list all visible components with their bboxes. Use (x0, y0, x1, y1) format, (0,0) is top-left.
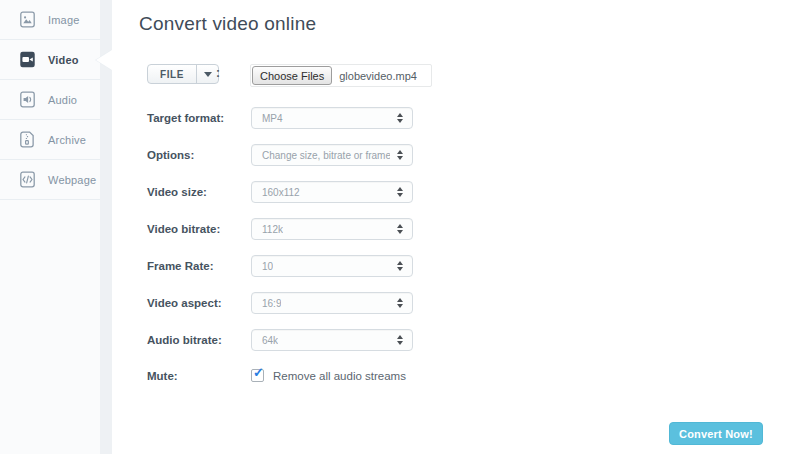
select-stepper-icon (397, 219, 403, 239)
selected-item-arrow (96, 50, 112, 70)
file-source-label: FILE (148, 65, 196, 83)
form-row-frame-rate: Frame Rate: 10 (147, 255, 413, 292)
file-source-caret[interactable] (196, 65, 218, 83)
select-value: 64k (252, 335, 278, 346)
field-label: Video aspect: (147, 292, 251, 314)
archive-file-icon (19, 131, 36, 148)
field-label: Frame Rate: (147, 255, 251, 277)
audio-file-icon (19, 91, 36, 108)
form-row-video-size: Video size: 160x112 (147, 181, 413, 218)
choose-files-button[interactable]: Choose Files (252, 66, 332, 85)
sidebar-item-image[interactable]: Image (0, 0, 100, 40)
mute-checkbox-label: Remove all audio streams (273, 366, 406, 386)
chevron-down-icon (204, 72, 212, 77)
form-row-target-format: Target format: MP4 (147, 107, 413, 144)
select-stepper-icon (397, 256, 403, 276)
selected-filename: globevideo.mp4 (339, 70, 417, 82)
select-value: Change size, bitrate or frame rate (252, 150, 390, 161)
options-select[interactable]: Change size, bitrate or frame rate (251, 144, 413, 166)
select-stepper-icon (397, 145, 403, 165)
select-stepper-icon (397, 182, 403, 202)
audio-bitrate-select[interactable]: 64k (251, 329, 413, 351)
checkmark-icon: ✓ (253, 366, 264, 379)
file-upload-input[interactable]: Choose Files globevideo.mp4 (250, 64, 432, 87)
frame-rate-select[interactable]: 10 (251, 255, 413, 277)
select-value: MP4 (252, 113, 283, 124)
video-file-icon (19, 51, 36, 68)
sidebar-item-audio[interactable]: Audio (0, 80, 100, 120)
field-label: Mute: (147, 366, 251, 386)
file-separator: : (216, 66, 220, 80)
select-stepper-icon (397, 293, 403, 313)
target-format-select[interactable]: MP4 (251, 107, 413, 129)
form-row-options: Options: Change size, bitrate or frame r… (147, 144, 413, 181)
conversion-form: Target format: MP4 Options: Change size,… (147, 107, 413, 403)
form-row-video-bitrate: Video bitrate: 112k (147, 218, 413, 255)
form-row-video-aspect: Video aspect: 16:9 (147, 292, 413, 329)
select-value: 10 (252, 261, 273, 272)
video-bitrate-select[interactable]: 112k (251, 218, 413, 240)
sidebar-item-archive[interactable]: Archive (0, 120, 100, 160)
select-value: 112k (252, 224, 283, 235)
sidebar-item-webpage[interactable]: Webpage (0, 160, 100, 200)
sidebar-item-label: Archive (48, 134, 86, 146)
sidebar-item-label: Audio (48, 94, 77, 106)
sidebar-item-label: Webpage (48, 174, 96, 186)
select-stepper-icon (397, 108, 403, 128)
sidebar-item-video[interactable]: Video (0, 40, 100, 80)
sidebar-item-label: Image (48, 14, 80, 26)
select-value: 160x112 (252, 187, 300, 198)
video-size-select[interactable]: 160x112 (251, 181, 413, 203)
select-stepper-icon (397, 330, 403, 350)
select-value: 16:9 (252, 298, 281, 309)
field-label: Audio bitrate: (147, 329, 251, 351)
video-aspect-select[interactable]: 16:9 (251, 292, 413, 314)
page: Image Video Audio Archive (0, 0, 800, 454)
field-label: Video bitrate: (147, 218, 251, 240)
category-sidebar: Image Video Audio Archive (0, 0, 112, 454)
form-row-audio-bitrate: Audio bitrate: 64k (147, 329, 413, 366)
sidebar-item-label: Video (48, 54, 79, 66)
webpage-file-icon (19, 171, 36, 188)
field-label: Target format: (147, 107, 251, 129)
image-file-icon (19, 11, 36, 28)
field-label: Options: (147, 144, 251, 166)
file-source-dropdown-button[interactable]: FILE (147, 64, 219, 84)
convert-now-button[interactable]: Convert Now! (669, 422, 763, 445)
field-label: Video size: (147, 181, 251, 203)
form-row-mute: Mute: ✓ Remove all audio streams (147, 366, 413, 403)
mute-checkbox[interactable]: ✓ (251, 369, 264, 382)
page-title: Convert video online (139, 13, 316, 35)
